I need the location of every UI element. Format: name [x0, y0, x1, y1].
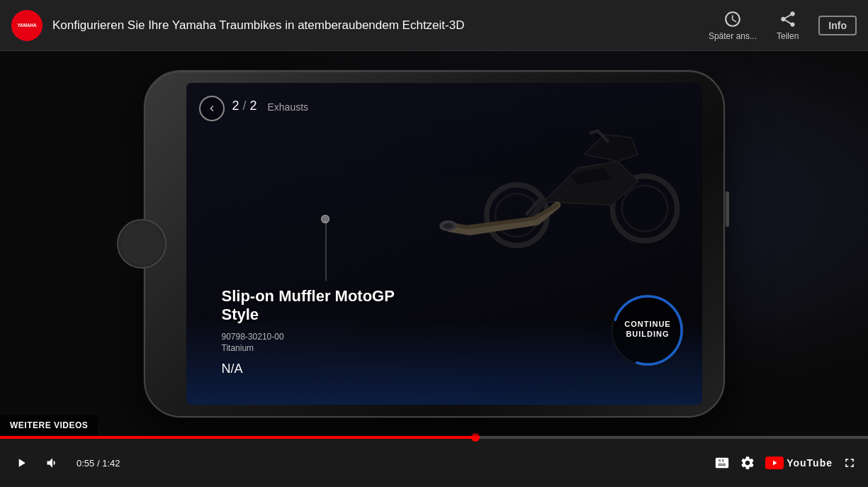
video-title: Konfigurieren Sie Ihre Yamaha Traumbikes…	[52, 18, 709, 33]
svg-text:BUILDING: BUILDING	[626, 330, 669, 338]
share-label: Teilen	[777, 31, 799, 41]
progress-bar[interactable]	[0, 436, 868, 439]
video-area[interactable]: 2 / 2 Exhausts Slip-on Muffler MotoGP St…	[0, 51, 868, 436]
time-display: 0:55 / 1:42	[77, 458, 120, 469]
volume-button[interactable]	[43, 453, 62, 473]
motorcycle-silhouette	[429, 86, 699, 250]
play-icon	[14, 456, 28, 470]
svg-text:CONTINUE: CONTINUE	[624, 320, 670, 328]
right-controls: YouTube	[714, 455, 857, 471]
counter-slash: /	[239, 99, 250, 113]
top-actions: Später ans... Teilen Info	[709, 10, 857, 41]
subtitles-icon	[714, 455, 730, 471]
fullscreen-button[interactable]	[842, 456, 857, 470]
svg-text:YAMAHA: YAMAHA	[17, 22, 37, 27]
watch-later-button[interactable]: Später ans...	[709, 10, 757, 41]
weitere-videos-button[interactable]: WEITERE VIDEOS	[0, 415, 98, 436]
phone-screen: 2 / 2 Exhausts Slip-on Muffler MotoGP St…	[186, 83, 702, 405]
settings-button[interactable]	[740, 455, 755, 471]
connector-dot	[321, 215, 329, 223]
product-sku: 90798-30210-00	[222, 332, 427, 342]
volume-icon	[45, 456, 60, 470]
item-counter: 2 / 2	[232, 99, 257, 113]
time-separator: /	[94, 458, 102, 469]
info-label: Info	[828, 20, 847, 31]
svg-point-3	[621, 185, 667, 231]
connector-line	[325, 220, 327, 281]
controls-row: 0:55 / 1:42	[0, 439, 868, 487]
nav-back-button[interactable]	[199, 96, 225, 121]
counter-category: Exhausts	[268, 101, 309, 113]
product-info-panel: Slip-on Muffler MotoGP Style 90798-30210…	[222, 287, 427, 376]
progress-fill	[0, 436, 475, 439]
youtube-icon-box	[765, 457, 784, 469]
counter-current: 2	[232, 99, 239, 113]
product-price: N/A	[222, 362, 427, 376]
time-current: 0:55	[77, 458, 94, 469]
phone-home-button	[117, 219, 167, 269]
youtube-logo-button[interactable]: YouTube	[765, 457, 833, 469]
share-button[interactable]: Teilen	[777, 10, 799, 41]
share-icon	[779, 10, 797, 28]
chevron-left-icon	[206, 103, 218, 114]
phone-frame: 2 / 2 Exhausts Slip-on Muffler MotoGP St…	[144, 70, 725, 418]
play-button[interactable]	[11, 453, 31, 473]
youtube-label: YouTube	[787, 457, 833, 469]
youtube-play-icon	[770, 459, 779, 467]
bottom-bar: 0:55 / 1:42	[0, 436, 868, 487]
phone-side-button	[726, 191, 729, 227]
watch-later-label: Später ans...	[709, 31, 757, 41]
fullscreen-icon	[842, 456, 857, 470]
continue-building-button[interactable]: CONTINUE BUILDING	[609, 291, 687, 369]
product-material: Titanium	[222, 343, 427, 353]
clock-icon	[723, 10, 742, 28]
top-bar: YAMAHA Konfigurieren Sie Ihre Yamaha Tra…	[0, 0, 868, 51]
time-total: 1:42	[102, 458, 120, 469]
product-name: Slip-on Muffler MotoGP Style	[222, 287, 427, 325]
counter-total: 2	[250, 99, 257, 113]
svg-point-7	[443, 223, 452, 228]
continue-circle-svg: CONTINUE BUILDING	[609, 291, 687, 369]
youtube-logo: YouTube	[765, 457, 833, 469]
yamaha-logo[interactable]: YAMAHA	[11, 10, 43, 41]
gear-icon	[740, 455, 755, 471]
subtitles-button[interactable]	[714, 455, 730, 471]
info-button[interactable]: Info	[818, 16, 857, 35]
